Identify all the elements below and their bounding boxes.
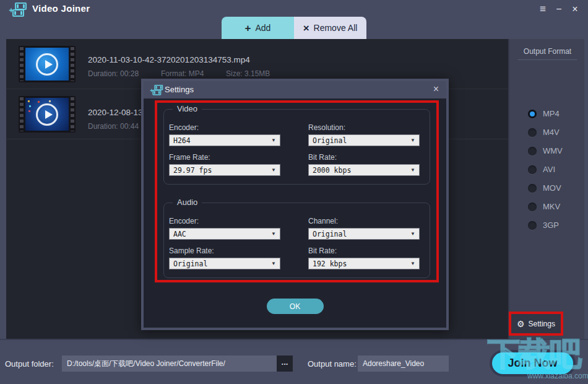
video-format: Format: MP4	[161, 69, 204, 78]
video-filename: 2020-11-03-10-42-3720201203134753.mp4	[88, 55, 250, 64]
settings-button-label: Settings	[529, 320, 555, 328]
close-icon[interactable]: ×	[568, 4, 582, 15]
radio-icon[interactable]	[528, 165, 537, 174]
format-option-mov[interactable]: MOV	[509, 179, 586, 198]
radio-icon[interactable]	[528, 128, 537, 137]
video-duration: Duration: 00:44	[88, 122, 139, 131]
radio-icon[interactable]	[528, 110, 537, 118]
dialog-annotation-box	[155, 100, 439, 282]
divider	[518, 59, 577, 60]
dialog-title: Settings	[165, 85, 194, 94]
remove-all-button[interactable]: × Remove All	[294, 17, 366, 39]
title-bar: Video Joiner ≡ − ×	[0, 0, 588, 17]
join-now-button-ring: Join Now	[490, 350, 576, 377]
remove-all-button-label: Remove All	[314, 23, 358, 33]
ok-button[interactable]: OK	[267, 299, 324, 314]
add-button[interactable]: + Add	[222, 17, 294, 39]
minimize-icon[interactable]: −	[552, 4, 566, 15]
format-option-mp4[interactable]: MP4	[509, 105, 586, 123]
video-size: Size: 3.15MB	[226, 69, 270, 78]
video-thumbnail	[19, 96, 76, 133]
format-option-3gp[interactable]: 3GP	[509, 216, 586, 235]
toolbar-tabs: + Add × Remove All	[222, 17, 366, 39]
gear-icon: ⚙	[517, 319, 525, 329]
radio-icon[interactable]	[528, 184, 537, 193]
plus-icon: +	[245, 23, 251, 33]
x-icon: ×	[303, 23, 309, 33]
radio-icon[interactable]	[528, 203, 537, 211]
settings-button[interactable]: ⚙ Settings	[511, 314, 561, 333]
footer-bar: Output folder: ... Output name: Join Now	[0, 339, 588, 384]
output-name-label: Output name:	[308, 359, 357, 369]
format-option-mkv[interactable]: MKV	[509, 198, 586, 216]
output-format-title: Output Format	[509, 47, 586, 56]
radio-icon[interactable]	[528, 221, 537, 230]
join-now-button[interactable]: Join Now	[492, 352, 573, 374]
video-duration: Duration: 00:28	[88, 69, 139, 78]
add-button-label: Add	[256, 23, 271, 33]
settings-annotation-box: ⚙ Settings	[509, 312, 563, 336]
app-title: Video Joiner	[32, 3, 90, 14]
radio-icon[interactable]	[528, 147, 537, 155]
output-folder-input[interactable]	[62, 356, 277, 372]
dialog-close-icon[interactable]: ×	[433, 84, 439, 95]
dialog-title-bar: Settings ×	[144, 81, 446, 98]
app-logo-icon	[9, 2, 27, 17]
format-option-m4v[interactable]: M4V	[509, 123, 586, 142]
output-format-panel: Output Format MP4 M4V WMV AVI MOV MKV 3G…	[508, 39, 584, 339]
settings-dialog: Settings × Video Encoder: H264 ▼ Resolut…	[141, 79, 449, 330]
play-icon	[36, 103, 58, 126]
menu-icon[interactable]: ≡	[536, 4, 550, 15]
video-filename: 2020-12-08-13	[88, 108, 143, 117]
output-folder-label: Output folder:	[5, 359, 54, 369]
browse-button[interactable]: ...	[277, 356, 293, 372]
format-option-wmv[interactable]: WMV	[509, 142, 586, 160]
video-thumbnail	[19, 46, 76, 82]
dialog-logo-icon	[150, 84, 163, 95]
play-icon	[36, 53, 58, 76]
output-name-input[interactable]	[358, 356, 449, 372]
format-option-avi[interactable]: AVI	[509, 160, 586, 179]
